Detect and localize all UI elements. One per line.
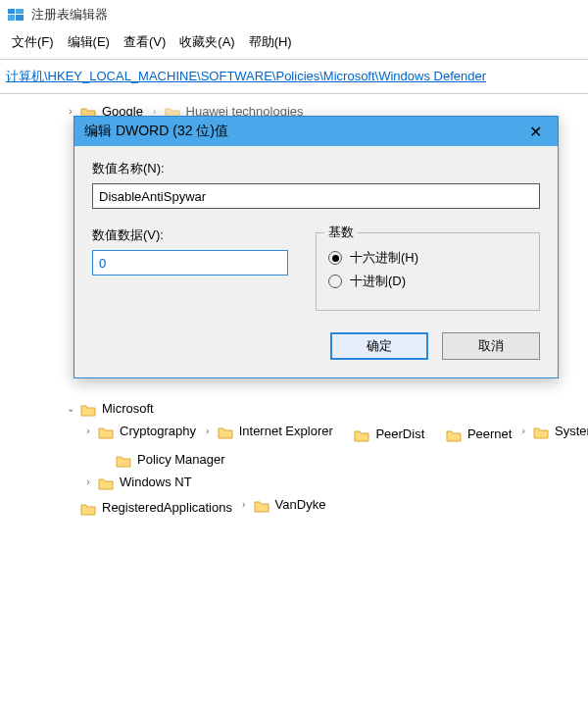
tree-item-cryptography[interactable]: › Cryptography [82,421,198,442]
menu-favorites[interactable]: 收藏夹(A) [179,33,234,51]
tree-item-microsoft[interactable]: ⌄ Microsoft [65,398,156,420]
address-bar[interactable]: 计算机\HKEY_LOCAL_MACHINE\SOFTWARE\Policies… [0,60,588,94]
collapse-icon[interactable]: ⌄ [65,398,76,420]
tree-item-peernet[interactable]: Peernet [430,424,514,445]
menu-file[interactable]: 文件(F) [12,33,54,51]
folder-icon [116,453,131,467]
window-title: 注册表编辑器 [31,6,108,24]
folder-icon [446,427,462,441]
folder-icon [254,498,270,512]
expand-icon[interactable]: › [238,494,250,516]
close-button[interactable]: ✕ [523,123,548,141]
window-titlebar: 注册表编辑器 [0,0,588,29]
menu-view[interactable]: 查看(V) [123,33,166,51]
radio-icon[interactable] [328,275,342,288]
radio-hex[interactable]: 十六进制(H) [328,249,527,267]
ok-button[interactable]: 确定 [330,332,428,360]
expand-icon[interactable]: › [202,421,214,442]
value-name-label: 数值名称(N): [92,160,540,177]
value-data-input[interactable] [92,250,288,275]
tree-item-policy-manager[interactable]: Policy Manager [100,449,227,471]
tree-item-ie[interactable]: › Internet Explorer [202,421,335,442]
menu-bar: 文件(F) 编辑(E) 查看(V) 收藏夹(A) 帮助(H) [0,29,588,60]
folder-icon [98,476,114,489]
cancel-button[interactable]: 取消 [442,332,540,360]
svg-rect-0 [8,9,15,14]
expand-icon[interactable]: › [82,472,94,493]
radio-icon[interactable] [328,251,342,265]
expand-icon[interactable]: › [517,421,529,442]
menu-edit[interactable]: 编辑(E) [68,33,110,51]
tree-item-syscert[interactable]: › SystemCertificates [517,421,588,442]
svg-rect-2 [8,15,15,21]
folder-icon [533,425,549,438]
expand-icon[interactable]: › [82,421,94,442]
dialog-title: 编辑 DWORD (32 位)值 [84,123,228,140]
tree-item-windows-nt[interactable]: › Windows NT [82,472,194,493]
tree-item-vandyke[interactable]: › VanDyke [238,494,328,516]
tree-item-registeredapps[interactable]: RegisteredApplications [65,497,234,519]
tree-item-peerdist[interactable]: PeerDist [338,424,426,445]
dialog-titlebar[interactable]: 编辑 DWORD (32 位)值 ✕ [74,117,558,146]
value-name-input[interactable] [92,183,540,209]
base-group: 基数 十六进制(H) 十进制(D) [316,232,540,311]
dialog-body: 数值名称(N): 数值数据(V): 基数 十六进制(H) 十进制(D) 确定 [74,146,558,377]
edit-dword-dialog: 编辑 DWORD (32 位)值 ✕ 数值名称(N): 数值数据(V): 基数 … [74,116,559,378]
folder-icon [354,427,369,441]
regedit-icon [8,7,24,23]
base-group-label: 基数 [324,224,358,241]
folder-icon [80,501,96,515]
radio-dec-label: 十进制(D) [350,273,406,290]
folder-icon [98,425,114,438]
menu-help[interactable]: 帮助(H) [249,33,292,51]
svg-rect-3 [16,15,24,21]
folder-icon [218,425,233,438]
radio-dec[interactable]: 十进制(D) [328,273,527,290]
radio-hex-label: 十六进制(H) [350,249,418,267]
folder-icon [80,402,96,416]
value-data-label: 数值数据(V): [92,226,298,244]
svg-rect-1 [16,9,24,14]
